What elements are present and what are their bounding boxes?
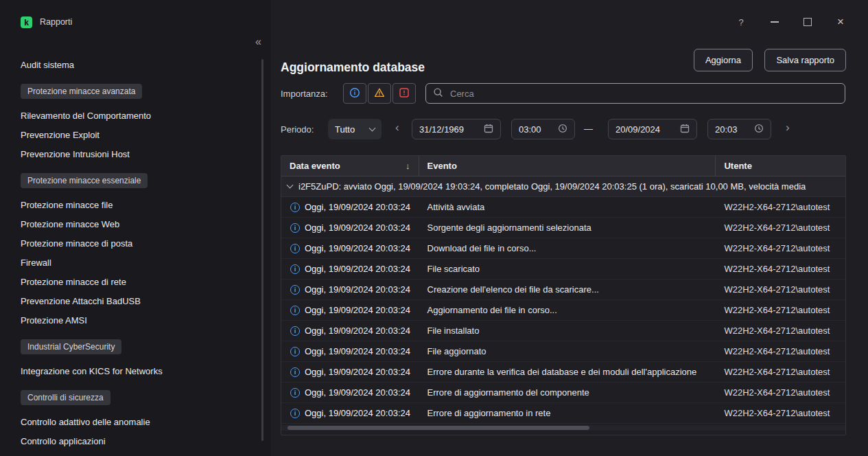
event-user: W22H2-X64-2712\autotest: [716, 387, 845, 398]
importance-filter-group: [343, 83, 416, 104]
event-date-cell: Oggi, 19/09/2024 20:03:24: [281, 202, 419, 212]
calendar-icon: [680, 124, 690, 135]
chevron-down-icon: [369, 124, 376, 131]
horizontal-scrollbar-thumb[interactable]: [288, 426, 589, 430]
table-row[interactable]: Oggi, 19/09/2024 20:03:24 Attività avvia…: [281, 197, 845, 218]
sidebar-scrollbar[interactable]: [261, 59, 263, 441]
sidebar-item[interactable]: Controllo adattivo delle anomalie: [21, 412, 150, 431]
table-row[interactable]: Oggi, 19/09/2024 20:03:24 Errore di aggi…: [281, 403, 845, 424]
event-date: Oggi, 19/09/2024 20:03:24: [305, 243, 410, 253]
minimize-icon[interactable]: [766, 14, 783, 30]
event-date: Oggi, 19/09/2024 20:03:24: [305, 202, 410, 212]
column-header-evento[interactable]: Evento: [419, 156, 716, 176]
event-date: Oggi, 19/09/2024 20:03:24: [305, 284, 410, 295]
event-date: Oggi, 19/09/2024 20:03:24: [305, 367, 410, 377]
table-row[interactable]: Oggi, 19/09/2024 20:03:24 Aggiornamento …: [281, 300, 845, 321]
range-separator: —: [584, 124, 593, 134]
event-date: Oggi, 19/09/2024 20:03:24: [305, 346, 410, 356]
event-text: Attività avviata: [419, 202, 716, 212]
sidebar-section-badge: Controlli di sicurezza: [21, 390, 110, 405]
event-text: Creazione dell'elenco dei file da scaric…: [419, 284, 716, 295]
table-row[interactable]: Oggi, 19/09/2024 20:03:24 File aggiornat…: [281, 341, 845, 362]
info-icon: [290, 306, 300, 315]
help-icon[interactable]: ?: [733, 14, 749, 30]
critical-icon: [399, 87, 410, 100]
sidebar: Audit sistemaProtezione minacce avanzata…: [21, 55, 248, 451]
sidebar-item[interactable]: Rilevamento del Comportamento: [21, 106, 151, 125]
event-text: Errore durante la verifica dei database …: [419, 367, 716, 377]
sidebar-item[interactable]: Controllo applicazioni: [21, 431, 106, 451]
importance-warning-button[interactable]: [368, 83, 391, 104]
event-user: W22H2-X64-2712\autotest: [716, 367, 845, 377]
event-text: File aggiornato: [419, 346, 716, 356]
time-from-field[interactable]: 03:00: [511, 119, 575, 139]
event-date-cell: Oggi, 19/09/2024 20:03:24: [281, 346, 419, 356]
time-to-field[interactable]: 20:03: [707, 119, 771, 139]
event-date-cell: Oggi, 19/09/2024 20:03:24: [281, 305, 419, 315]
table-row[interactable]: Oggi, 19/09/2024 20:03:24 File installat…: [281, 321, 845, 341]
sidebar-item[interactable]: Audit sistema: [21, 55, 74, 74]
event-text: Aggiornamento dei file in corso...: [419, 305, 716, 315]
group-row[interactable]: i2F5ZuPD: avviato Oggi, 19/09/2024 19:03…: [281, 176, 845, 197]
sidebar-item[interactable]: Protezione minacce di posta: [21, 233, 132, 253]
collapse-sidebar-icon[interactable]: «: [251, 34, 266, 49]
search-input[interactable]: [449, 88, 838, 100]
table-row[interactable]: Oggi, 19/09/2024 20:03:24 Download dei f…: [281, 238, 845, 259]
table-row[interactable]: Oggi, 19/09/2024 20:03:24 Errore durante…: [281, 362, 845, 383]
info-icon: [290, 203, 300, 212]
sidebar-item[interactable]: Protezione minacce file: [21, 195, 113, 214]
sidebar-item[interactable]: Prevenzione Intrusioni Host: [21, 144, 130, 163]
period-prev-icon[interactable]: ‹: [392, 121, 402, 135]
sidebar-item[interactable]: Integrazione con KICS for Networks: [21, 361, 163, 380]
column-header-utente[interactable]: Utente: [716, 156, 845, 176]
event-date: Oggi, 19/09/2024 20:03:24: [305, 326, 410, 336]
period-next-icon[interactable]: ›: [783, 121, 793, 135]
sidebar-item[interactable]: Firewall: [21, 253, 51, 272]
sidebar-section-badge: Protezione minacce essenziale: [21, 173, 148, 188]
column-label: Utente: [724, 161, 751, 171]
importance-info-button[interactable]: [343, 83, 366, 104]
table-row[interactable]: Oggi, 19/09/2024 20:03:24 Errore di aggi…: [281, 383, 845, 403]
search-box: [425, 83, 845, 104]
info-icon: [290, 409, 300, 418]
date-to-field[interactable]: 20/09/2024: [608, 119, 697, 139]
table-row[interactable]: Oggi, 19/09/2024 20:03:24 File scaricato…: [281, 259, 845, 280]
date-to-value: 20/09/2024: [615, 124, 660, 135]
table-header: Data evento ↓ Evento Utente: [281, 156, 845, 176]
event-date: Oggi, 19/09/2024 20:03:24: [305, 264, 410, 274]
event-user: W22H2-X64-2712\autotest: [716, 284, 845, 295]
sidebar-item[interactable]: Protezione minacce di rete: [21, 272, 126, 291]
event-date-cell: Oggi, 19/09/2024 20:03:24: [281, 223, 419, 233]
column-header-data-evento[interactable]: Data evento ↓: [281, 156, 419, 176]
clock-icon: [754, 124, 764, 135]
sidebar-item[interactable]: Protezione minacce Web: [21, 214, 119, 233]
sidebar-item[interactable]: Prevenzione Exploit: [21, 125, 99, 144]
event-date: Oggi, 19/09/2024 20:03:24: [305, 305, 410, 315]
event-user: W22H2-X64-2712\autotest: [716, 305, 845, 315]
event-date-cell: Oggi, 19/09/2024 20:03:24: [281, 243, 419, 253]
info-icon: [290, 388, 300, 398]
maximize-icon[interactable]: [799, 14, 816, 30]
importance-label: Importanza:: [281, 89, 328, 99]
period-dropdown-value: Tutto: [335, 124, 355, 135]
save-report-button[interactable]: Salva rapporto: [764, 49, 846, 71]
horizontal-scrollbar: [281, 425, 845, 431]
kaspersky-logo-icon: [21, 16, 32, 28]
table-row[interactable]: Oggi, 19/09/2024 20:03:24 Creazione dell…: [281, 280, 845, 300]
event-user: W22H2-X64-2712\autotest: [716, 326, 845, 336]
calendar-icon: [484, 124, 493, 135]
sidebar-item[interactable]: Prevenzione Attacchi BadUSB: [21, 291, 141, 310]
event-user: W22H2-X64-2712\autotest: [716, 202, 845, 212]
event-text: Sorgente degli aggiornamenti selezionata: [419, 223, 716, 233]
close-icon[interactable]: ×: [832, 14, 849, 30]
refresh-button[interactable]: Aggiorna: [694, 49, 753, 71]
info-icon: [349, 87, 360, 100]
info-icon: [290, 367, 300, 377]
date-from-field[interactable]: 31/12/1969: [412, 119, 501, 139]
period-dropdown[interactable]: Tutto: [328, 119, 382, 139]
importance-critical-button[interactable]: [392, 83, 416, 104]
event-date-cell: Oggi, 19/09/2024 20:03:24: [281, 367, 419, 377]
table-row[interactable]: Oggi, 19/09/2024 20:03:24 Sorgente degli…: [281, 218, 845, 238]
sidebar-item[interactable]: Protezione AMSI: [21, 310, 87, 330]
expander-chevron-down-icon: [287, 182, 294, 189]
